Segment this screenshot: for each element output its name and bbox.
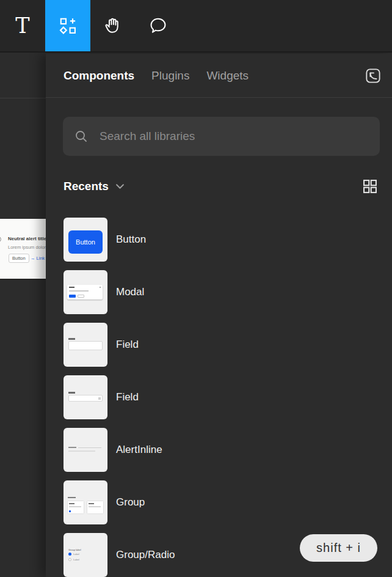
- text-tool-icon: T: [15, 13, 29, 38]
- recents-header: Recents: [64, 177, 379, 196]
- text-tool-button[interactable]: T: [0, 0, 45, 51]
- component-label: Button: [116, 233, 146, 246]
- alert-link: → Link text: [31, 255, 46, 261]
- component-item-field[interactable]: Field: [46, 318, 392, 371]
- tab-widgets[interactable]: Widgets: [206, 69, 249, 83]
- component-item-alertinline[interactable]: AlertInline: [46, 424, 392, 476]
- shortcut-hint-pill: shift + i: [300, 534, 377, 562]
- tab-components[interactable]: Components: [64, 69, 134, 83]
- comment-tool-button[interactable]: [136, 0, 181, 51]
- hand-tool-button[interactable]: [90, 0, 136, 51]
- comment-bubble-icon: [148, 16, 168, 35]
- group-radio-thumbnail: Group label Label Label: [64, 533, 107, 577]
- canvas-guide-line: [0, 98, 46, 98]
- component-item-field-2[interactable]: Field: [46, 371, 392, 424]
- component-label: Field: [116, 339, 139, 351]
- recents-title: Recents: [64, 180, 109, 193]
- component-label: Field: [116, 391, 139, 403]
- alertinline-thumbnail: [64, 428, 107, 472]
- group-thumbnail: [64, 480, 107, 524]
- grid-view-icon: [361, 178, 379, 195]
- components-icon: [59, 17, 77, 35]
- radio-off-icon: [68, 558, 71, 561]
- search-bar: [63, 117, 380, 156]
- component-item-group[interactable]: Group: [46, 476, 392, 529]
- tab-plugins[interactable]: Plugins: [151, 69, 189, 83]
- component-label: Group: [116, 496, 145, 509]
- alert-button: Button: [9, 254, 29, 263]
- component-item-modal[interactable]: Modal: [46, 266, 392, 318]
- recents-dropdown[interactable]: Recents: [64, 180, 124, 193]
- canvas-alert-component[interactable]: Neutral alert title Lorem ipsum dolor am…: [0, 219, 46, 279]
- search-icon: [74, 129, 89, 144]
- alert-body-text: Lorem ipsum dolor amet consect: [8, 244, 46, 250]
- field-thumbnail: [64, 323, 107, 367]
- recents-list: Button Button Modal Field: [46, 213, 392, 577]
- info-icon: [0, 237, 1, 242]
- hand-icon: [103, 16, 123, 35]
- mini-modal-preview: [67, 285, 103, 300]
- mini-button-preview: Button: [68, 230, 103, 254]
- mini-radio-group-label: Group label: [68, 548, 81, 551]
- component-label: Modal: [116, 286, 144, 298]
- toolbar: T: [0, 0, 392, 53]
- arrow-up-left-icon: [364, 67, 382, 85]
- components-panel: Components Plugins Widgets Recents: [46, 54, 392, 577]
- radio-on-icon: [68, 553, 71, 556]
- component-label: Group/Radio: [116, 549, 175, 561]
- canvas-area: Neutral alert title Lorem ipsum dolor am…: [0, 54, 46, 577]
- back-to-canvas-button[interactable]: [363, 65, 383, 86]
- panel-tabs: Components Plugins Widgets: [46, 54, 392, 98]
- chevron-down-icon: [116, 184, 124, 189]
- button-thumbnail: Button: [64, 218, 107, 262]
- search-input[interactable]: [100, 130, 369, 143]
- grid-view-button[interactable]: [361, 177, 379, 196]
- field-thumbnail: [64, 375, 107, 419]
- component-label: AlertInline: [116, 444, 162, 456]
- alert-title: Neutral alert title: [8, 236, 46, 241]
- modal-thumbnail: [64, 270, 107, 314]
- component-item-button[interactable]: Button Button: [46, 213, 392, 266]
- components-tool-button[interactable]: [45, 0, 90, 51]
